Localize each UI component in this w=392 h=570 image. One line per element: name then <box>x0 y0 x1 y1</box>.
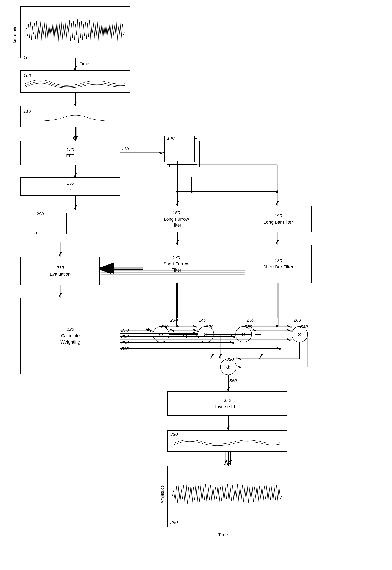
circle-330-symbol: ⊗ <box>241 331 246 338</box>
block-370-content: 370 Inverse FFT <box>215 397 239 410</box>
label-120-text: FFT <box>66 153 74 158</box>
label-10: 10 <box>23 55 28 60</box>
block-140-container <box>163 135 204 177</box>
label-330: 330 <box>245 324 252 329</box>
block-220: 220 CalculateWeighting <box>20 298 120 374</box>
waveform-390 <box>170 468 284 525</box>
label-110: 110 <box>23 109 31 114</box>
dot-140-right <box>190 190 193 193</box>
label-390: 390 <box>170 520 178 525</box>
label-250: 250 <box>247 318 254 323</box>
time-label-top: Time <box>80 61 89 67</box>
block-190: 190 Long Bar Filter <box>245 206 312 232</box>
label-210-num: 210 <box>50 265 71 271</box>
waveform-110 <box>23 108 127 126</box>
label-220-text: CalculateWeighting <box>60 333 80 345</box>
label-150-num: 150 <box>67 180 74 187</box>
dot-140-far-right <box>276 190 279 193</box>
label-370-text: Inverse FFT <box>215 404 239 409</box>
label-170-num: 170 <box>163 255 189 261</box>
block-170-content: 170 Short FurrowFilter <box>163 255 189 273</box>
circle-310-symbol: ⊗ <box>159 331 163 338</box>
amplitude-label-top: Amplitude <box>13 16 17 53</box>
label-300: 300 <box>121 346 129 351</box>
label-160-num: 160 <box>164 210 189 216</box>
diagram: 10 Amplitude Time 100 110 120 FFT 140 13… <box>0 0 392 570</box>
waveform-10 <box>22 10 128 55</box>
block-390 <box>167 466 287 527</box>
block-160: 160 Long FurrowFilter <box>143 206 210 232</box>
label-340: 340 <box>300 324 308 329</box>
block-190-content: 190 Long Bar Filter <box>264 213 293 225</box>
label-230: 230 <box>170 318 178 323</box>
label-140: 140 <box>167 136 175 141</box>
circle-320-symbol: ⊗ <box>204 331 208 338</box>
block-370: 370 Inverse FFT <box>167 391 287 416</box>
circle-340-symbol: ⊗ <box>297 331 302 338</box>
label-200: 200 <box>36 211 44 217</box>
block-380 <box>167 430 287 452</box>
dot-250 <box>276 325 279 327</box>
label-360: 360 <box>229 378 237 383</box>
label-380: 380 <box>170 432 178 437</box>
label-280: 280 <box>121 334 129 339</box>
label-180-text: Short Bar Filter <box>263 264 293 269</box>
label-240: 240 <box>199 318 206 323</box>
amplitude-label-bottom: Amplitude <box>160 471 165 518</box>
block-120: 120 FFT <box>20 141 120 165</box>
label-320: 320 <box>206 324 213 329</box>
block-10 <box>20 6 130 58</box>
block-160-content: 160 Long FurrowFilter <box>164 210 189 229</box>
label-350: 350 <box>226 357 234 362</box>
block-220-content: 220 CalculateWeighting <box>60 326 80 345</box>
block-180: 180 Short Bar Filter <box>245 245 312 283</box>
label-100: 100 <box>23 73 31 78</box>
dot-230 <box>176 325 179 327</box>
label-220-num: 220 <box>60 326 80 333</box>
dot-140-left <box>176 190 179 193</box>
block-210-content: 210 Evaluation <box>50 265 71 278</box>
label-190-num: 190 <box>264 213 293 219</box>
label-150-text: | · | <box>67 187 73 192</box>
label-260: 260 <box>294 318 301 323</box>
label-120-num: 120 <box>66 147 74 153</box>
block-120-content: 120 FFT <box>66 147 74 159</box>
block-110 <box>20 106 130 127</box>
circle-350-symbol: ⊕ <box>226 364 231 370</box>
label-190-text: Long Bar Filter <box>264 220 293 225</box>
block-210: 210 Evaluation <box>20 257 100 285</box>
block-150: 150 | · | <box>20 177 120 196</box>
block-180-content: 180 Short Bar Filter <box>263 258 293 270</box>
block-100 <box>20 70 130 93</box>
waveform-380 <box>170 432 284 450</box>
label-130: 130 <box>121 146 129 152</box>
label-310: 310 <box>161 324 168 329</box>
label-290: 290 <box>121 340 129 345</box>
waveform-100 <box>23 72 127 91</box>
label-370-num: 370 <box>215 397 239 404</box>
block-170: 170 Short FurrowFilter <box>143 245 210 283</box>
label-180-num: 180 <box>263 258 293 264</box>
label-210-text: Evaluation <box>50 272 71 277</box>
block-150-content: 150 | · | <box>67 180 74 193</box>
label-160-text: Long FurrowFilter <box>164 217 189 228</box>
label-270: 270 <box>121 328 129 333</box>
label-170-text: Short FurrowFilter <box>163 261 189 273</box>
time-label-bottom: Time <box>218 532 228 537</box>
